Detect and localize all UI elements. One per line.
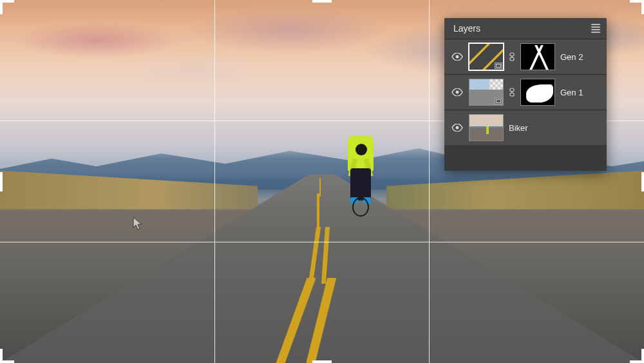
crop-handle-top-left[interactable] (0, 0, 14, 14)
layer-row-gen-2[interactable]: Gen 2 (444, 39, 607, 74)
link-icon[interactable] (509, 52, 515, 61)
layer-mask-thumbnail[interactable] (520, 43, 555, 70)
layers-panel-title: Layers (453, 23, 480, 34)
crop-handle-bottom-right[interactable] (630, 349, 644, 363)
layer-mask-thumbnail[interactable] (520, 79, 555, 106)
crop-handle-top[interactable] (312, 0, 332, 3)
crop-handle-right[interactable] (641, 172, 644, 191)
crop-handle-bottom[interactable] (312, 360, 332, 363)
layer-name-label[interactable]: Gen 1 (560, 88, 600, 97)
crop-handle-bottom-left[interactable] (0, 349, 14, 363)
layer-thumbnail[interactable] (469, 114, 504, 141)
svg-point-4 (456, 91, 459, 94)
visibility-toggle[interactable] (451, 121, 464, 134)
svg-point-8 (456, 126, 459, 130)
eye-icon (451, 124, 463, 132)
smart-object-badge-icon (495, 98, 502, 104)
eye-icon (451, 53, 463, 61)
layer-row-gen-1[interactable]: Gen 1 (444, 74, 607, 110)
layer-thumbnail[interactable] (469, 79, 504, 106)
visibility-toggle[interactable] (451, 86, 464, 99)
smart-object-badge-icon (495, 63, 502, 69)
layer-name-label[interactable]: Biker (509, 123, 600, 133)
cyclist-subject (341, 123, 380, 220)
visibility-toggle[interactable] (451, 50, 464, 63)
crop-handle-left[interactable] (0, 172, 3, 191)
crop-handle-top-right[interactable] (630, 0, 644, 14)
layer-thumbnail[interactable] (469, 43, 504, 70)
crop-grid-vertical-2 (429, 0, 430, 363)
layers-panel-header[interactable]: Layers (444, 18, 607, 39)
eye-icon (451, 88, 463, 96)
svg-point-0 (456, 55, 459, 59)
layer-row-biker[interactable]: Biker (444, 110, 607, 145)
panel-menu-icon[interactable] (591, 24, 600, 33)
layer-name-label[interactable]: Gen 2 (560, 52, 600, 62)
layers-panel[interactable]: Layers Gen 2 (444, 18, 607, 171)
layers-panel-footer (444, 145, 607, 171)
crop-grid-horizontal-2 (0, 242, 644, 242)
crop-grid-vertical-1 (214, 0, 215, 363)
link-icon[interactable] (509, 88, 515, 97)
